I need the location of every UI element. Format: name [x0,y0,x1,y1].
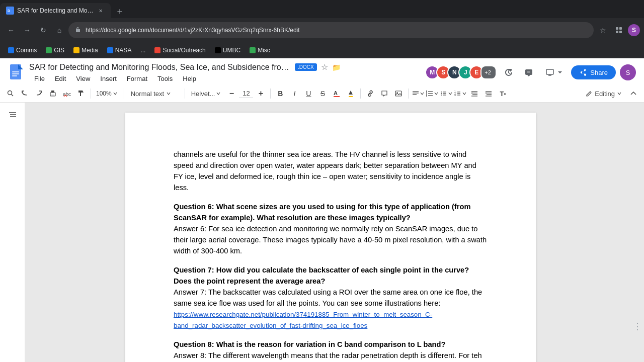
undo-icon [21,89,29,98]
outline-button[interactable] [6,109,19,124]
bookmark-star-icon[interactable]: ☆ [596,23,610,37]
svg-text:D: D [8,9,10,13]
version-history-button[interactable] [501,64,517,80]
share-button[interactable]: Share [571,65,616,79]
italic-button[interactable]: I [288,87,301,100]
bookmark-gis[interactable]: GIS [42,45,68,55]
font-size-input[interactable]: 12 [239,89,253,98]
style-chevron-icon [166,91,171,96]
editing-mode-label: Editing [595,90,615,98]
spellcheck-button[interactable]: abc [60,87,73,100]
underline-button[interactable]: U [302,87,315,100]
answer-8-text: Answer 8: The different wavelength means… [174,350,488,362]
forward-button[interactable]: → [20,23,34,37]
docs-app: SAR for Detecting and Monitoring Floods,… [0,58,644,362]
svg-rect-18 [51,95,54,96]
user-avatar[interactable]: S [620,64,636,80]
indent-decrease-button[interactable] [468,87,481,100]
bookmark-extra[interactable]: ... [136,45,149,55]
scroll-handle[interactable]: ⋮ [633,321,642,332]
svg-point-34 [441,95,442,96]
extensions-icon[interactable] [612,23,626,37]
docs-title[interactable]: SAR for Detecting and Monitoring Floods,… [29,63,291,72]
align-button[interactable] [412,87,425,100]
present-button[interactable] [541,65,567,79]
bookmark-icon [250,47,256,53]
bookmark-media[interactable]: Media [69,45,102,55]
reload-button[interactable]: ↻ [36,23,50,37]
strikethrough-button[interactable]: S [316,87,329,100]
toolbar-divider-5 [360,88,361,99]
font-value: Helvet... [191,90,215,98]
docs-header: SAR for Detecting and Monitoring Floods,… [0,58,644,85]
svg-line-14 [12,95,14,97]
home-button[interactable]: ⌂ [52,23,66,37]
docx-badge: .DOCX [295,63,317,71]
undo-button[interactable] [18,87,31,100]
bookmark-icon [154,47,160,53]
insert-link-button[interactable] [364,87,377,100]
bookmark-icon [46,47,52,53]
profile-icon[interactable]: S [628,24,640,36]
svg-rect-16 [51,90,54,93]
question-6-bold: Question 6: What scene sizes are you use… [174,203,470,222]
question-8-text: Question 8: What is the reason for varia… [174,339,488,350]
indent-dec-icon [470,89,478,98]
bookmark-misc[interactable]: Misc [246,45,274,55]
bookmark-comms[interactable]: Comms [4,45,41,55]
docs-content-area[interactable]: channels are useful for the thinner sea … [25,103,636,362]
image-button[interactable] [392,87,405,100]
ordered-list-icon: 1.2.3. [454,89,462,98]
svg-rect-17 [51,94,54,95]
highlight-button[interactable] [344,87,357,100]
active-tab[interactable]: D SAR for Detecting and Monitor... ✕ [0,3,111,18]
docs-page[interactable]: channels are useful for the thinner sea … [125,113,536,362]
zoom-control[interactable]: 100% [94,89,120,98]
back-button[interactable]: ← [4,23,18,37]
font-size-decrease-button[interactable]: − [225,87,238,100]
menu-insert[interactable]: Insert [95,73,122,84]
style-selector[interactable]: Normal text [126,88,182,99]
new-tab-button[interactable]: ＋ [113,4,127,18]
font-size-increase-button[interactable]: + [254,87,267,100]
indent-increase-button[interactable] [482,87,495,100]
print-button[interactable] [46,87,59,100]
move-icon[interactable]: 📁 [332,63,341,71]
menu-file[interactable]: File [29,73,50,84]
docs-menu: File Edit View Insert Format Tools Help [29,73,422,84]
bookmark-nasa[interactable]: NASA [103,45,136,55]
chevron-up-icon [630,90,637,97]
bookmark-umbc[interactable]: UMBC [211,45,245,55]
answer-7-text: Answer 7: The backscatter was calculated… [174,287,488,309]
comment-inline-button[interactable] [378,87,391,100]
svg-rect-24 [395,91,401,96]
ordered-list-button[interactable]: 1.2.3. [454,87,467,100]
address-bar[interactable]: https://docs.google.com/document/d/1vj2z… [68,22,594,38]
menu-format[interactable]: Format [122,73,152,84]
editing-mode-selector[interactable]: Editing [582,88,626,100]
menu-view[interactable]: View [71,73,95,84]
font-selector[interactable]: Helvet... [188,89,224,99]
avatar-overflow[interactable]: +2 [480,65,497,79]
redo-button[interactable] [32,87,45,100]
toolbar-collapse-button[interactable] [627,87,640,100]
researchgate-link[interactable]: https://www.researchgate.net/publication… [174,311,432,329]
menu-edit[interactable]: Edit [50,73,71,84]
comment-button[interactable] [521,64,537,80]
svg-rect-10 [12,73,19,74]
bold-button[interactable]: B [274,87,287,100]
spacing-icon [426,89,434,98]
text-color-button[interactable]: A [330,87,343,100]
clear-formatting-button[interactable]: Tx [496,87,509,100]
line-spacing-button[interactable] [426,87,439,100]
bookmark-social[interactable]: Social/Outreach [150,45,209,55]
menu-tools[interactable]: Tools [152,73,178,84]
question-7-text: Question 7: How did you calculate the ba… [174,264,488,287]
menu-help[interactable]: Help [178,73,201,84]
star-icon[interactable]: ☆ [321,62,328,72]
docs-logo [8,64,23,85]
tab-close-button[interactable]: ✕ [97,7,105,15]
search-button[interactable] [4,87,17,100]
paint-format-button[interactable] [74,87,88,100]
list-button[interactable] [440,87,453,100]
